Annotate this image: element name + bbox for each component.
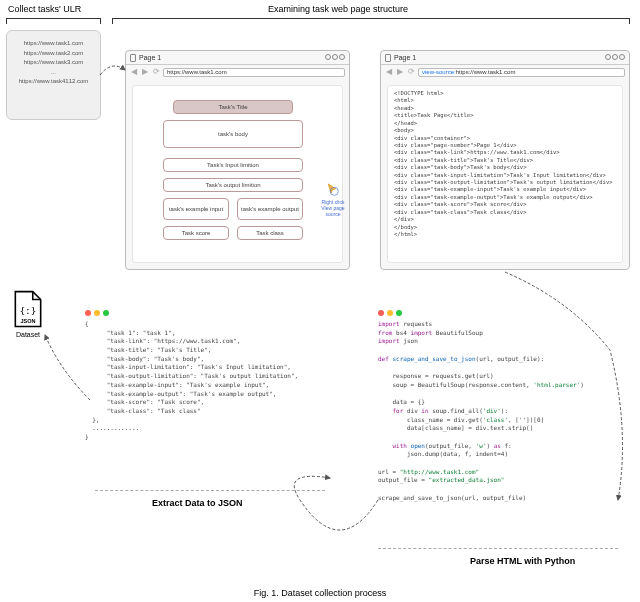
url-item: https://www.task2.com [11,49,96,59]
url-item: https://www.task1.com [11,39,96,49]
url-list-box: https://www.task1.com https://www.task2.… [6,30,101,120]
page-icon [385,54,391,62]
chip-body: task's body [163,120,303,148]
back-icon: ◀ [385,68,393,76]
tab-title: Page 1 [394,54,416,61]
chip-ex-in: task's example input [163,198,229,220]
json-code-window: { "task 1": "task 1", "task-link": "http… [85,310,335,442]
html-source: <!DOCTYPE html> <html> <head> <title>Tas… [394,90,616,238]
chip-ex-out: task's example output [237,198,303,220]
forward-icon: ▶ [141,68,149,76]
dot-yellow-icon [94,310,100,316]
chip-title: Task's Title [173,100,293,114]
window-close-icon [339,54,345,60]
url-item: ... [11,68,96,78]
window-min-icon [325,54,331,60]
url-item: https://www.task4112.com [11,77,96,87]
json-code: { "task 1": "task 1", "task-link": "http… [85,320,335,442]
python-code: import requests from bs4 import Beautifu… [378,320,628,502]
forward-icon: ▶ [396,68,404,76]
reload-icon: ⟳ [152,68,160,76]
dot-yellow-icon [387,310,393,316]
chip-output-lim: Task's output limition [163,178,303,192]
window-max-icon [332,54,338,60]
chip-score: Task score [163,226,229,240]
browser-source: Page 1 ◀ ▶ ⟳ view-source:https://www.tas… [380,50,630,270]
cursor-click-icon [325,182,341,198]
json-file-icon: {:}JSON Dataset [8,290,48,338]
window-close-icon [619,54,625,60]
parse-label: Parse HTML with Python [470,556,575,566]
reload-icon: ⟳ [407,68,415,76]
right-click-badge: Right click View page source [316,182,350,217]
address-bar[interactable]: view-source:https://www.task1.com [418,68,625,77]
address-bar[interactable]: https://www.task1.com [163,68,345,77]
dot-red-icon [378,310,384,316]
back-icon: ◀ [130,68,138,76]
chip-input-lim: Task's Input limition [163,158,303,172]
page-icon [130,54,136,62]
window-min-icon [605,54,611,60]
svg-text:{:}: {:} [19,305,36,316]
tab-title: Page 1 [139,54,161,61]
dot-red-icon [85,310,91,316]
url-item: https://www.task3.com [11,58,96,68]
chip-class: Task class [237,226,303,240]
examine-label: Examining task web page structure [268,4,408,14]
dot-green-icon [103,310,109,316]
extract-label: Extract Data to JSON [152,498,243,508]
dot-green-icon [396,310,402,316]
svg-text:JSON: JSON [20,318,35,324]
python-code-window: import requests from bs4 import Beautifu… [378,310,628,502]
window-max-icon [612,54,618,60]
browser-rendered: Page 1 ◀ ▶ ⟳ https://www.task1.com Task'… [125,50,350,270]
figure-caption: Fig. 1. Dataset collection process [0,588,640,598]
collect-label: Collect tasks' ULR [8,4,81,14]
